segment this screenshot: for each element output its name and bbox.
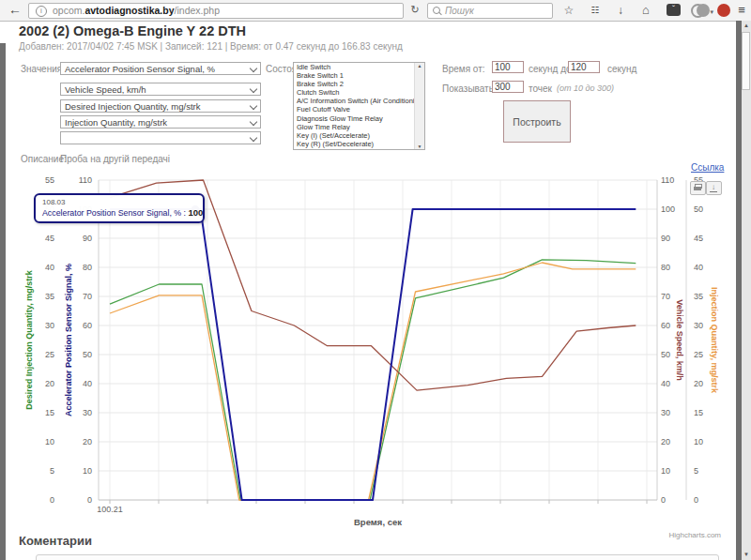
bookmarks-panel-icon[interactable]: ☷ (585, 3, 605, 18)
value-select-5[interactable] (60, 131, 261, 144)
left-edge (0, 43, 6, 560)
chart-tooltip: 108.03 Accelerator Position Sensor Signa… (34, 193, 205, 223)
svg-text:20: 20 (45, 379, 54, 388)
svg-text:100.21: 100.21 (97, 505, 123, 514)
svg-text:Highcharts.com: Highcharts.com (668, 531, 721, 539)
svg-text:Vehicle Speed, km/h: Vehicle Speed, km/h (675, 299, 684, 381)
comment-input[interactable] (36, 554, 719, 560)
listbox-item[interactable]: Idle Switch (294, 63, 424, 71)
browser-toolbar: ← iopcom.avtodiagnostika.by/index.php ↻ … (0, 0, 751, 22)
points-input[interactable] (492, 81, 524, 93)
svg-text:0: 0 (661, 495, 666, 505)
svg-text:60: 60 (661, 321, 670, 330)
listbox-item[interactable]: Fuel Cutoff Valve (294, 105, 424, 114)
scroll-down-arrow[interactable]: ▼ (742, 550, 751, 560)
time-from-input[interactable] (492, 61, 524, 73)
scroll-up-arrow[interactable]: ▲ (742, 21, 751, 31)
listbox-item[interactable]: Key (R) (Set/Decelerate) (294, 140, 424, 148)
svg-text:45: 45 (694, 234, 703, 243)
svg-text:0: 0 (87, 495, 92, 505)
listbox-down-arrow[interactable]: ▼ (415, 144, 424, 149)
seconds-to-label: секунд до (529, 64, 572, 74)
listbox-item[interactable]: Clutch Switch (294, 88, 424, 97)
pocket-icon[interactable]: ˇ (667, 4, 681, 16)
svg-text:80: 80 (83, 263, 92, 272)
search-placeholder: Пошук (445, 5, 474, 17)
scrollbar-thumb[interactable] (742, 32, 750, 90)
listbox-up-arrow[interactable]: ▲ (415, 63, 424, 68)
svg-text:45: 45 (45, 234, 54, 243)
listbox-item[interactable]: Glow Time Relay (294, 123, 424, 131)
values-label: Значения: (21, 64, 65, 74)
svg-text:20: 20 (694, 379, 703, 388)
time-to-input[interactable] (568, 61, 600, 73)
listbox-scrollbar[interactable]: ▲ ▼ (414, 63, 424, 149)
site-info-icon[interactable]: i (36, 6, 47, 17)
adblock-badge-icon[interactable] (717, 4, 730, 17)
svg-text:30: 30 (45, 321, 54, 330)
value-select-4[interactable]: Injection Quantity, mg/strk (60, 115, 261, 129)
tooltip-value: 100 (189, 207, 204, 218)
points-hint: (от 10 до 300) (557, 83, 614, 93)
svg-text:15: 15 (694, 408, 703, 417)
listbox-item[interactable]: Brake Switch 2 (294, 80, 424, 88)
listbox-item[interactable]: Diagnosis Glow Time Relay (294, 114, 424, 123)
extension-gray-icon[interactable] (697, 4, 710, 17)
build-button[interactable]: Построить (503, 100, 571, 143)
chevron-down-icon (250, 134, 257, 142)
vertical-scrollbar[interactable]: ▲ ▼ (742, 21, 751, 560)
svg-text:80: 80 (661, 263, 670, 272)
listbox-item[interactable]: Brake Switch 1 (294, 71, 424, 80)
listbox-item[interactable]: Key (I) (Set/Accelerate) (294, 131, 424, 140)
series-lines (110, 180, 636, 500)
svg-text:30: 30 (661, 408, 670, 417)
url-bar[interactable]: iopcom.avtodiagnostika.by/index.php (28, 3, 404, 19)
states-listbox[interactable]: Idle SwitchBrake Switch 1Brake Switch 2C… (293, 62, 425, 150)
search-input[interactable]: Пошук (427, 3, 553, 19)
svg-text:55: 55 (45, 175, 54, 185)
bookmark-star-icon[interactable]: ☆ (559, 3, 579, 18)
svg-text:20: 20 (83, 437, 92, 446)
svg-text:25: 25 (45, 350, 54, 359)
svg-text:110: 110 (661, 175, 674, 185)
menu-icon[interactable]: ≡ (731, 3, 751, 18)
svg-text:Desired Injection Quantity, mg: Desired Injection Quantity, mg/strk (24, 269, 34, 409)
tooltip-series-label: Accelerator Position Sensor Signal, % : (42, 208, 186, 218)
gridlines (99, 180, 657, 500)
value-select-2[interactable]: Vehicle Speed, km/h (60, 83, 261, 96)
svg-text:40: 40 (661, 379, 670, 388)
svg-text:90: 90 (83, 234, 92, 243)
chart: 0510152025303540455055010203040506070809… (19, 158, 732, 544)
chevron-down-icon (250, 118, 257, 126)
value-select-1[interactable]: Accelerator Position Sensor Signal, % (60, 62, 261, 75)
time-from-label: Время от: (442, 64, 485, 74)
print-chart-button[interactable] (690, 181, 706, 195)
svg-text:90: 90 (661, 234, 670, 243)
download-chart-button[interactable]: ↓ (706, 181, 722, 195)
svg-text:70: 70 (661, 292, 670, 301)
value-select-3[interactable]: Desired Injection Quantity, mg/strk (60, 99, 261, 113)
svg-text:35: 35 (694, 292, 703, 301)
svg-text:60: 60 (83, 321, 92, 330)
record-meta: Добавлен: 2017/04/02 7:45 MSK | Записей:… (19, 41, 403, 52)
chevron-down-icon (250, 102, 257, 110)
svg-text:70: 70 (83, 292, 92, 301)
series-line (110, 263, 636, 500)
svg-text:50: 50 (661, 350, 670, 359)
page-title: 2002 (2) Omega-B Engine Y 22 DTH (19, 23, 246, 38)
listbox-item[interactable]: A/C Information Switch (Air Conditioning… (294, 97, 424, 105)
svg-text:10: 10 (45, 437, 54, 446)
back-icon[interactable]: ← (6, 2, 24, 18)
tooltip-x-value: 108.03 (42, 198, 197, 206)
downloads-icon[interactable]: ↓ (610, 3, 631, 18)
reload-icon[interactable]: ↻ (406, 2, 423, 18)
svg-text:40: 40 (694, 263, 703, 272)
svg-text:10: 10 (661, 466, 670, 476)
seconds-label: секунд (607, 64, 636, 74)
chevron-down-icon (250, 85, 257, 93)
svg-text:110: 110 (79, 175, 92, 185)
svg-text:35: 35 (45, 292, 54, 301)
home-icon[interactable]: ⌂ (636, 3, 656, 18)
svg-text:40: 40 (45, 263, 54, 272)
svg-text:0: 0 (50, 495, 54, 505)
